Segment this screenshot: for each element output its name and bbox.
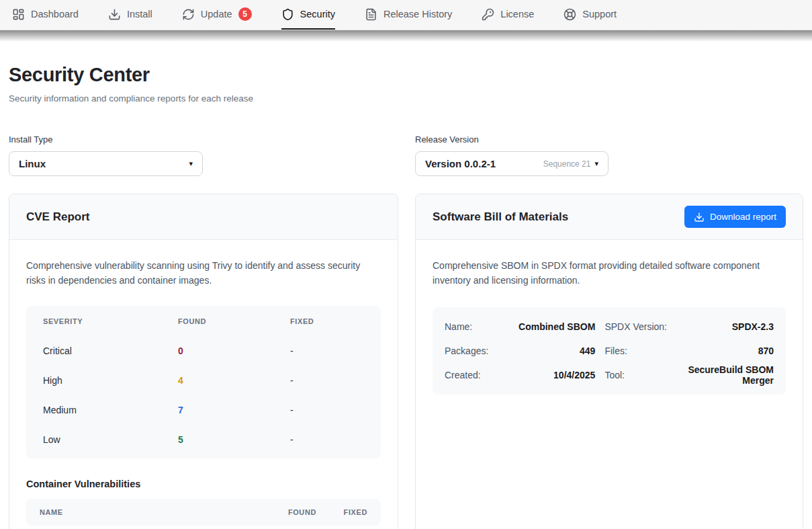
sbom-card: Software Bill of Materials Download repo… [415, 194, 803, 529]
release-version-select[interactable]: Version 0.0.2-1 Sequence 21 ▾ [415, 151, 608, 176]
table-row-critical: Critical 0 - [26, 336, 381, 366]
chevron-down-icon: ▾ [594, 159, 598, 168]
found-count: 5 [178, 434, 290, 445]
column-header-severity: Severity [43, 317, 178, 325]
release-version-filter: Release Version Version 0.0.2-1 Sequence… [415, 134, 803, 176]
chevron-down-icon: ▾ [189, 159, 193, 168]
install-type-value: Linux [19, 158, 46, 169]
nav-item-license[interactable]: License [482, 0, 534, 30]
sbom-detail-label: Tool: [604, 363, 667, 387]
nav-label: Install [127, 9, 152, 19]
container-vulnerabilities-title: Container Vulnerabilities [26, 479, 381, 489]
page-title: Security Center [9, 64, 803, 86]
found-count: 0 [178, 345, 290, 356]
release-sequence: Sequence 21 ▾ [543, 159, 598, 169]
fixed-count: - [290, 345, 381, 356]
severity-table-header: Severity Found Fixed [26, 307, 381, 336]
nav-label: License [500, 9, 534, 19]
nav-label: Update [201, 9, 232, 19]
nav-label: Release History [384, 9, 452, 19]
sbom-description: Comprehensive SBOM in SPDX format provid… [433, 259, 786, 288]
sequence-label: Sequence 21 [543, 159, 591, 169]
cve-report-card: CVE Report Comprehensive vulnerability s… [9, 194, 398, 529]
fixed-count: - [290, 375, 381, 386]
release-version-label: Release Version [415, 134, 803, 145]
sbom-detail-label: Packages: [445, 339, 488, 363]
cve-report-description: Comprehensive vulnerability scanning usi… [26, 259, 381, 288]
nav-item-install[interactable]: Install [108, 0, 152, 30]
nav-item-security[interactable]: Security [281, 0, 335, 30]
sbom-detail-value: 870 [676, 339, 774, 363]
refresh-icon [182, 8, 195, 21]
header-shadow [0, 30, 812, 42]
column-header-found: Found [275, 508, 316, 516]
column-header-fixed: Fixed [290, 317, 381, 325]
container-table-header: Name Found Fixed [26, 499, 381, 526]
table-row-low: Low 5 - [26, 425, 381, 454]
document-icon [365, 8, 377, 21]
sbom-details-grid: Name: Combined SBOM SPDX Version: SPDX-2… [433, 307, 786, 395]
install-type-label: Install Type [9, 134, 398, 145]
cve-report-header: CVE Report [9, 194, 398, 240]
shield-icon [281, 8, 294, 21]
severity-label: Medium [43, 405, 178, 415]
sbom-detail-value: SecureBuild SBOM Merger [676, 363, 774, 387]
sbom-detail-label: SPDX Version: [604, 315, 667, 339]
download-report-label: Download report [710, 212, 776, 222]
nav-item-update[interactable]: Update 5 [182, 0, 252, 30]
top-nav: Dashboard Install Update 5 Security Rele… [0, 0, 812, 30]
nav-item-release-history[interactable]: Release History [365, 0, 452, 30]
severity-label: High [43, 375, 178, 386]
severity-label: Critical [43, 345, 178, 356]
sbom-detail-label: Created: [445, 363, 488, 387]
column-header-name: Name [40, 508, 259, 516]
found-count: 7 [178, 405, 290, 415]
nav-item-dashboard[interactable]: Dashboard [12, 0, 79, 30]
column-header-fixed: Fixed [332, 508, 367, 516]
nav-label: Dashboard [31, 9, 79, 19]
cve-report-title: CVE Report [26, 210, 89, 224]
nav-label: Security [300, 9, 335, 19]
table-row-high: High 4 - [26, 366, 381, 395]
cards-row: CVE Report Comprehensive vulnerability s… [9, 194, 803, 529]
update-count-badge: 5 [238, 7, 252, 21]
page-subtitle: Security information and compliance repo… [9, 93, 803, 104]
sbom-detail-value: SPDX-2.3 [676, 315, 774, 339]
filters-row: Install Type Linux ▾ Release Version Ver… [9, 134, 803, 176]
nav-label: Support [582, 9, 617, 19]
main-content: Security Center Security information and… [0, 64, 812, 529]
download-icon [108, 8, 121, 21]
severity-label: Low [43, 434, 178, 445]
key-icon [482, 8, 494, 21]
severity-table: Severity Found Fixed Critical 0 - High 4… [26, 306, 381, 458]
install-type-filter: Install Type Linux ▾ [9, 134, 398, 176]
sbom-detail-value: 449 [498, 339, 595, 363]
sbom-detail-value: Combined SBOM [498, 315, 595, 339]
nav-item-support[interactable]: Support [563, 0, 617, 30]
sbom-header: Software Bill of Materials Download repo… [416, 194, 803, 240]
sbom-detail-value: 10/4/2025 [498, 363, 595, 387]
release-version-value: Version 0.0.2-1 [425, 158, 496, 169]
column-header-found: Found [178, 317, 290, 325]
lifebuoy-icon [563, 8, 576, 21]
fixed-count: - [290, 434, 381, 445]
dashboard-icon [12, 8, 25, 21]
table-row-medium: Medium 7 - [26, 395, 381, 425]
found-count: 4 [178, 375, 290, 386]
sbom-detail-label: Files: [604, 339, 667, 363]
sbom-body: Comprehensive SBOM in SPDX format provid… [416, 240, 803, 413]
sbom-detail-label: Name: [445, 315, 488, 339]
download-report-button[interactable]: Download report [684, 206, 786, 228]
download-icon [694, 212, 705, 222]
sbom-title: Software Bill of Materials [433, 210, 568, 224]
install-type-select[interactable]: Linux ▾ [9, 151, 203, 176]
cve-report-body: Comprehensive vulnerability scanning usi… [9, 240, 398, 529]
fixed-count: - [290, 405, 381, 415]
